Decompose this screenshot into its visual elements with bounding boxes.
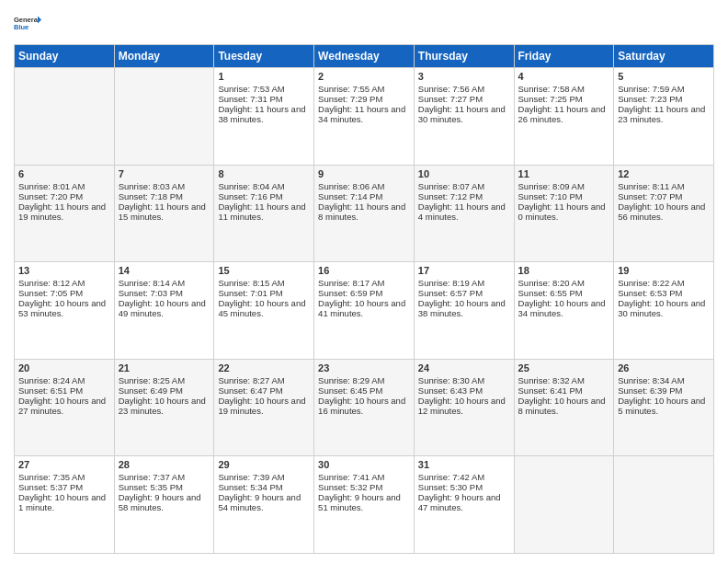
daylight-text: Daylight: 10 hours and 19 minutes. [218,396,310,416]
weekday-header-saturday: Saturday [614,45,714,68]
sunset-text: Sunset: 7:29 PM [318,94,410,104]
daylight-text: Daylight: 10 hours and 49 minutes. [119,298,210,318]
daylight-text: Daylight: 10 hours and 41 minutes. [318,298,410,318]
sunset-text: Sunset: 6:47 PM [218,385,310,396]
sunset-text: Sunset: 6:43 PM [418,385,510,396]
sunset-text: Sunset: 7:01 PM [218,288,310,298]
sunset-text: Sunset: 6:45 PM [318,385,410,396]
sunset-text: Sunset: 6:41 PM [518,385,610,396]
sunset-text: Sunset: 7:25 PM [518,94,610,104]
daylight-text: Daylight: 10 hours and 53 minutes. [18,298,110,318]
calendar-cell: 30Sunrise: 7:41 AMSunset: 5:32 PMDayligh… [314,456,415,554]
weekday-header-sunday: Sunday [15,45,115,68]
calendar-cell [614,456,714,554]
logo-bird-icon: General Blue [14,9,41,37]
sunset-text: Sunset: 5:30 PM [418,482,510,492]
sunrise-text: Sunrise: 8:17 AM [318,278,410,288]
calendar-cell: 31Sunrise: 7:42 AMSunset: 5:30 PMDayligh… [414,456,514,554]
day-number: 29 [218,459,310,470]
sunrise-text: Sunrise: 7:41 AM [318,472,410,482]
sunrise-text: Sunrise: 8:15 AM [218,278,310,288]
calendar-cell: 1Sunrise: 7:53 AMSunset: 7:31 PMDaylight… [214,68,314,166]
daylight-text: Daylight: 10 hours and 23 minutes. [119,396,210,416]
calendar-cell: 7Sunrise: 8:03 AMSunset: 7:18 PMDaylight… [114,165,214,262]
day-number: 17 [418,265,510,276]
sunrise-text: Sunrise: 8:04 AM [218,181,310,191]
sunrise-text: Sunrise: 8:27 AM [218,375,310,385]
sunrise-text: Sunrise: 8:22 AM [618,278,710,288]
calendar-cell [114,68,214,166]
sunrise-text: Sunrise: 7:35 AM [18,472,110,482]
calendar-cell: 9Sunrise: 8:06 AMSunset: 7:14 PMDaylight… [314,165,415,262]
day-number: 26 [618,362,710,373]
calendar-cell: 21Sunrise: 8:25 AMSunset: 6:49 PMDayligh… [114,359,214,456]
sunrise-text: Sunrise: 8:11 AM [618,181,710,191]
sunset-text: Sunset: 5:32 PM [318,482,410,492]
daylight-text: Daylight: 9 hours and 54 minutes. [218,492,310,512]
day-number: 25 [518,362,610,373]
daylight-text: Daylight: 11 hours and 34 minutes. [318,104,410,124]
daylight-text: Daylight: 11 hours and 30 minutes. [418,104,510,124]
calendar-week-row: 1Sunrise: 7:53 AMSunset: 7:31 PMDaylight… [15,68,714,166]
daylight-text: Daylight: 10 hours and 27 minutes. [18,396,110,416]
calendar-week-row: 6Sunrise: 8:01 AMSunset: 7:20 PMDaylight… [15,165,714,262]
calendar-cell: 4Sunrise: 7:58 AMSunset: 7:25 PMDaylight… [514,68,614,166]
sunrise-text: Sunrise: 8:09 AM [518,181,610,191]
calendar-cell: 10Sunrise: 8:07 AMSunset: 7:12 PMDayligh… [414,165,514,262]
day-number: 15 [218,265,310,276]
calendar-cell: 11Sunrise: 8:09 AMSunset: 7:10 PMDayligh… [514,165,614,262]
day-number: 16 [318,265,410,276]
calendar-table: SundayMondayTuesdayWednesdayThursdayFrid… [14,44,714,554]
sunset-text: Sunset: 6:51 PM [18,385,110,396]
weekday-header-tuesday: Tuesday [214,45,314,68]
sunset-text: Sunset: 7:03 PM [119,288,210,298]
daylight-text: Daylight: 11 hours and 8 minutes. [318,201,410,222]
sunset-text: Sunset: 7:16 PM [218,191,310,201]
sunset-text: Sunset: 6:59 PM [318,288,410,298]
calendar-cell: 12Sunrise: 8:11 AMSunset: 7:07 PMDayligh… [614,165,714,262]
day-number: 19 [618,265,710,276]
daylight-text: Daylight: 11 hours and 15 minutes. [119,201,210,222]
sunrise-text: Sunrise: 8:14 AM [119,278,210,288]
day-number: 31 [418,459,510,470]
calendar-week-row: 13Sunrise: 8:12 AMSunset: 7:05 PMDayligh… [15,262,714,360]
sunrise-text: Sunrise: 7:39 AM [218,472,310,482]
sunrise-text: Sunrise: 8:29 AM [318,375,410,385]
day-number: 24 [418,362,510,373]
sunset-text: Sunset: 6:55 PM [518,288,610,298]
daylight-text: Daylight: 10 hours and 5 minutes. [618,396,710,416]
daylight-text: Daylight: 11 hours and 19 minutes. [18,201,110,222]
sunrise-text: Sunrise: 8:01 AM [18,181,110,191]
sunset-text: Sunset: 7:05 PM [18,288,110,298]
calendar-cell: 28Sunrise: 7:37 AMSunset: 5:35 PMDayligh… [114,456,214,554]
calendar-cell: 5Sunrise: 7:59 AMSunset: 7:23 PMDaylight… [614,68,714,166]
daylight-text: Daylight: 10 hours and 56 minutes. [618,201,710,222]
calendar-cell: 3Sunrise: 7:56 AMSunset: 7:27 PMDaylight… [414,68,514,166]
sunrise-text: Sunrise: 7:53 AM [218,84,310,94]
sunset-text: Sunset: 5:37 PM [18,482,110,492]
sunrise-text: Sunrise: 8:06 AM [318,181,410,191]
sunset-text: Sunset: 6:53 PM [618,288,710,298]
calendar-cell: 27Sunrise: 7:35 AMSunset: 5:37 PMDayligh… [15,456,115,554]
sunrise-text: Sunrise: 8:25 AM [119,375,210,385]
calendar-cell: 24Sunrise: 8:30 AMSunset: 6:43 PMDayligh… [414,359,514,456]
day-number: 13 [18,265,110,276]
calendar-page: General Blue SundayMondayTuesdayWednesda… [0,0,728,563]
sunset-text: Sunset: 7:18 PM [119,191,210,201]
daylight-text: Daylight: 11 hours and 38 minutes. [218,104,310,124]
logo: General Blue [14,9,41,37]
weekday-header-monday: Monday [114,45,214,68]
day-number: 1 [218,71,310,82]
day-number: 10 [418,168,510,179]
calendar-cell [514,456,614,554]
day-number: 8 [218,168,310,179]
sunrise-text: Sunrise: 8:24 AM [18,375,110,385]
day-number: 9 [318,168,410,179]
daylight-text: Daylight: 10 hours and 1 minute. [18,492,110,512]
calendar-week-row: 20Sunrise: 8:24 AMSunset: 6:51 PMDayligh… [15,359,714,456]
weekday-header-thursday: Thursday [414,45,514,68]
sunset-text: Sunset: 6:57 PM [418,288,510,298]
sunrise-text: Sunrise: 8:07 AM [418,181,510,191]
day-number: 3 [418,71,510,82]
calendar-cell [15,68,115,166]
